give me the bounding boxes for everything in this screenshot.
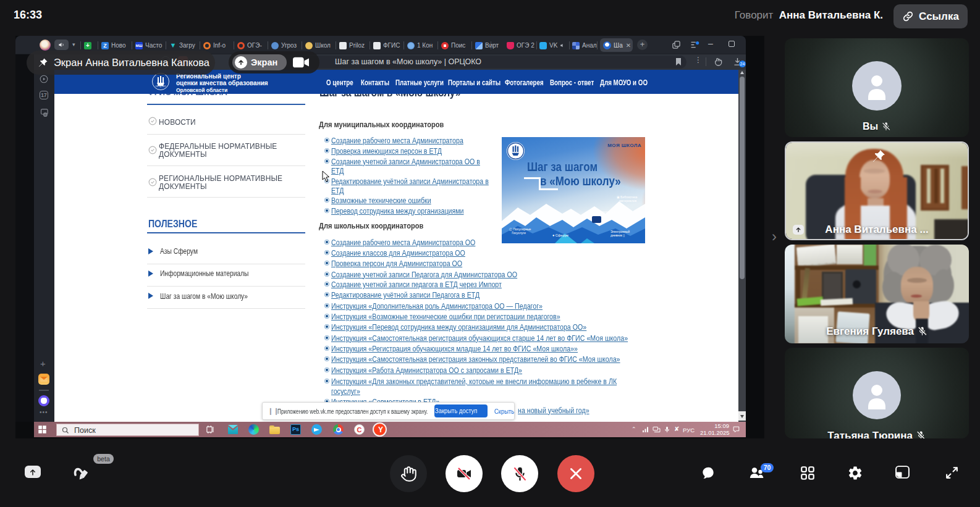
svg-text:ОРЦОКО: ОРЦОКО [155, 85, 166, 88]
